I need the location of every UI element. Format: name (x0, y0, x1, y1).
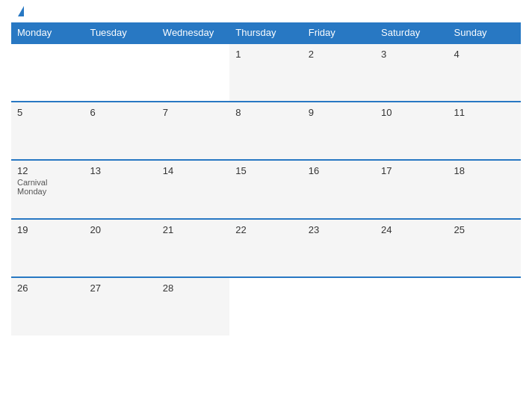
event-label: Carnival Monday (17, 178, 78, 196)
day-number: 20 (90, 224, 150, 235)
day-number: 24 (381, 224, 442, 235)
week-row-2: 567891011 (11, 102, 521, 160)
day-number: 13 (90, 165, 150, 176)
day-number: 15 (235, 165, 296, 176)
day-cell: 5 (11, 102, 84, 160)
weekday-header-tuesday: Tuesday (84, 22, 156, 43)
day-cell: 15 (229, 160, 302, 219)
day-number: 9 (309, 107, 369, 118)
day-cell: 11 (448, 102, 521, 160)
weekday-header-thursday: Thursday (229, 22, 302, 43)
day-cell: 25 (448, 219, 521, 277)
day-cell: 23 (303, 219, 375, 277)
weekday-header-row: MondayTuesdayWednesdayThursdayFridaySatu… (11, 22, 521, 43)
weekday-header-wednesday: Wednesday (157, 22, 229, 43)
day-cell (11, 43, 84, 102)
day-number: 14 (163, 165, 223, 176)
day-cell: 16 (303, 160, 375, 219)
day-number: 8 (235, 107, 296, 118)
day-cell: 19 (11, 219, 84, 277)
week-row-1: 1234 (11, 43, 521, 102)
day-cell: 21 (157, 219, 229, 277)
day-cell: 13 (84, 160, 156, 219)
day-cell: 24 (375, 219, 448, 277)
day-cell: 18 (448, 160, 521, 219)
week-row-4: 19202122232425 (11, 219, 521, 277)
day-cell: 20 (84, 219, 156, 277)
day-number: 17 (381, 165, 442, 176)
day-cell: 7 (157, 102, 229, 160)
day-number: 1 (235, 49, 296, 60)
day-number: 5 (17, 107, 78, 118)
day-number: 11 (454, 107, 515, 118)
day-number: 16 (309, 165, 369, 176)
day-number: 6 (90, 107, 150, 118)
calendar-container: MondayTuesdayWednesdayThursdayFridaySatu… (0, 0, 532, 411)
day-number: 7 (163, 107, 223, 118)
calendar-header (11, 7, 521, 16)
day-number: 23 (309, 224, 369, 235)
day-number: 27 (90, 282, 150, 294)
day-cell: 27 (84, 277, 156, 336)
day-cell: 10 (375, 102, 448, 160)
weekday-header-sunday: Sunday (448, 22, 521, 43)
day-cell: 28 (157, 277, 229, 336)
day-number: 25 (454, 224, 515, 235)
day-cell (448, 277, 521, 336)
calendar-table: MondayTuesdayWednesdayThursdayFridaySatu… (11, 22, 521, 336)
day-number: 2 (309, 49, 369, 60)
logo (15, 7, 24, 16)
day-number: 26 (17, 282, 78, 294)
day-cell: 9 (303, 102, 375, 160)
day-cell: 1 (229, 43, 302, 102)
day-number: 28 (163, 282, 223, 294)
day-cell (229, 277, 302, 336)
week-row-5: 262728 (11, 277, 521, 336)
day-number: 22 (235, 224, 296, 235)
day-cell: 8 (229, 102, 302, 160)
weekday-header-monday: Monday (11, 22, 84, 43)
day-cell (84, 43, 156, 102)
day-number: 3 (381, 49, 442, 60)
day-cell: 4 (448, 43, 521, 102)
day-cell (375, 277, 448, 336)
day-cell: 12Carnival Monday (11, 160, 84, 219)
weekday-header-friday: Friday (303, 22, 375, 43)
logo-triangle-icon (18, 6, 24, 16)
day-number: 19 (17, 224, 78, 235)
day-number: 21 (163, 224, 223, 235)
day-cell: 26 (11, 277, 84, 336)
day-number: 12 (17, 165, 78, 176)
day-number: 10 (381, 107, 442, 118)
day-cell: 17 (375, 160, 448, 219)
day-cell: 14 (157, 160, 229, 219)
day-cell: 22 (229, 219, 302, 277)
weekday-header-saturday: Saturday (375, 22, 448, 43)
day-cell: 6 (84, 102, 156, 160)
day-cell (303, 277, 375, 336)
day-cell (157, 43, 229, 102)
day-number: 4 (454, 49, 515, 60)
week-row-3: 12Carnival Monday131415161718 (11, 160, 521, 219)
day-cell: 2 (303, 43, 375, 102)
day-number: 18 (454, 165, 515, 176)
day-cell: 3 (375, 43, 448, 102)
